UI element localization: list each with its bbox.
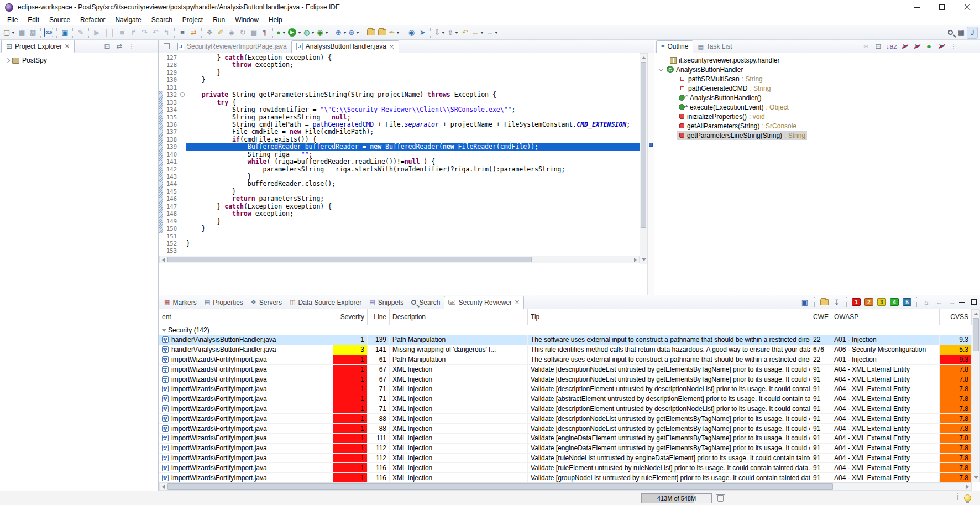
console-button[interactable]: ▣ xyxy=(59,27,70,39)
save-all-button[interactable]: ▩ xyxy=(27,27,38,39)
bottom-tab-properties[interactable]: ▤Properties xyxy=(201,296,247,309)
menu-item-search[interactable]: Search xyxy=(146,14,177,25)
outline-view-menu-button[interactable]: ⋮ xyxy=(948,40,959,53)
collapse-import-button[interactable]: ⇩ xyxy=(433,27,446,39)
selection-marker-icon[interactable] xyxy=(649,143,653,147)
table-row[interactable]: importWizards\FortifyImport.java171XML I… xyxy=(159,394,972,404)
hide-local-types-button[interactable]: ➤ xyxy=(936,40,947,53)
refresh-button[interactable]: ↻ xyxy=(237,27,248,39)
bottom-tab-data-source-explorer[interactable]: ◫Data Source Explorer xyxy=(286,296,365,309)
tab-project-explorer[interactable]: ⊞ Project Explorer xyxy=(1,40,75,53)
new-web-wizard-button-dropdown-icon[interactable] xyxy=(343,32,347,34)
table-row[interactable]: importWizards\FortifyImport.java171XML I… xyxy=(159,384,972,394)
outline-item-analysisbuttonhandler[interactable]: CAnalysisButtonHandler xyxy=(655,65,980,74)
scroll-up-icon[interactable] xyxy=(642,56,646,59)
column-header-ent[interactable]: ent xyxy=(159,309,333,325)
restore-view-icon[interactable] xyxy=(164,43,170,49)
web-service-button[interactable]: ⊛ xyxy=(348,27,361,39)
explorer-minimize-icon[interactable] xyxy=(138,46,144,46)
maximize-window-button[interactable] xyxy=(929,0,955,14)
close-tab-icon[interactable] xyxy=(515,300,520,305)
severity-2-filter-button[interactable]: 2 xyxy=(863,296,874,308)
mark-occurrences-button[interactable]: ✎ xyxy=(75,27,86,39)
table-row[interactable]: importWizards\FortifyImport.java1112XML … xyxy=(159,444,972,454)
run-button[interactable]: ▶ xyxy=(287,27,302,39)
step-over-button[interactable]: ↷ xyxy=(139,27,150,39)
close-view-icon[interactable] xyxy=(65,44,70,49)
binary-file-button[interactable]: 010 xyxy=(43,27,54,39)
outline-item-it-securityreviewer-postspy-handler[interactable]: it.securityreviewer.postspy.handler xyxy=(655,55,980,65)
menu-item-run[interactable]: Run xyxy=(208,14,230,25)
explorer-collapse-all-button[interactable]: ⊟ xyxy=(102,40,113,53)
coverage-button[interactable]: ◍ xyxy=(302,27,316,39)
table-row[interactable]: importWizards\FortifyImport.java188XML I… xyxy=(159,424,972,434)
table-group-row[interactable]: Security (142) xyxy=(159,325,972,335)
browser-button[interactable]: ◉ xyxy=(406,27,417,39)
severity-5-filter-button[interactable]: 5 xyxy=(902,296,913,308)
minimize-window-button[interactable] xyxy=(904,0,929,14)
export-console-button[interactable]: ▣ xyxy=(799,296,810,308)
search-toolbar-button[interactable] xyxy=(945,27,956,39)
fold-collapse-icon[interactable] xyxy=(180,92,185,97)
highlighter-button[interactable]: ✒ xyxy=(387,27,401,39)
back-button-dropdown-icon[interactable] xyxy=(480,32,484,34)
resume-button[interactable]: ▶ xyxy=(91,27,102,39)
table-hscroll-thumb[interactable] xyxy=(167,483,833,490)
menu-item-window[interactable]: Window xyxy=(230,14,264,25)
open-report-button[interactable] xyxy=(819,296,830,308)
show-tasks-button[interactable]: ≡ xyxy=(177,27,188,39)
outline-item-execute-executionevent[interactable]: ▴execute(ExecutionEvent) : Object xyxy=(655,102,980,112)
table-row[interactable]: importWizards\FortifyImport.java1116XML … xyxy=(159,463,972,473)
menu-item-source[interactable]: Source xyxy=(44,14,75,25)
table-row[interactable]: importWizards\FortifyImport.java167XML I… xyxy=(159,374,972,384)
hide-non-public-button[interactable]: ● xyxy=(924,40,935,53)
chevron-right-icon[interactable] xyxy=(6,58,10,63)
editor-vertical-scrollbar[interactable] xyxy=(640,53,647,264)
back-button[interactable]: ← xyxy=(470,27,485,39)
overview-ruler[interactable] xyxy=(647,53,654,295)
bottom-tab-snippets[interactable]: ▤Snippets xyxy=(365,296,407,309)
explorer-link-editor-button[interactable]: ⇄ xyxy=(114,40,125,53)
open-type-button[interactable] xyxy=(365,27,376,39)
chevron-down-icon[interactable] xyxy=(659,66,663,71)
expand-import-button-dropdown-icon[interactable] xyxy=(455,32,458,34)
hide-static-members-button[interactable]: ➤ xyxy=(911,40,923,53)
editor-tab-analysisbuttonhandler-java[interactable]: JAnalysisButtonHandler.java xyxy=(291,40,399,53)
nav-forward-button[interactable]: → xyxy=(946,296,957,308)
bottom-minimize-icon[interactable] xyxy=(959,302,965,303)
debug-button[interactable]: ● xyxy=(275,27,287,39)
bottom-tab-security-reviewer[interactable]: SRSecurity Reviewer xyxy=(444,296,524,309)
scroll-down-icon[interactable] xyxy=(642,258,646,261)
outline-maximize-icon[interactable] xyxy=(972,44,977,49)
new-wizard-button-dropdown-icon[interactable] xyxy=(12,32,15,34)
tab-outline[interactable]: ≡Outline xyxy=(656,40,693,53)
code-editor[interactable]: 127 } catch(Exception exception) {128 th… xyxy=(159,53,654,295)
explorer-maximize-icon[interactable] xyxy=(150,44,155,49)
notification-bulb-icon[interactable] xyxy=(964,494,971,502)
menu-item-edit[interactable]: Edit xyxy=(23,14,44,25)
web-service-button-dropdown-icon[interactable] xyxy=(356,32,359,34)
menu-item-help[interactable]: Help xyxy=(264,14,287,25)
editor-maximize-icon[interactable] xyxy=(646,44,651,49)
sync-button[interactable]: ⇄ xyxy=(188,27,199,39)
group-expand-icon[interactable] xyxy=(162,329,166,332)
table-row[interactable]: importWizards\FortifyImport.java171XML I… xyxy=(159,404,972,414)
new-wizard-button[interactable]: ▢ xyxy=(2,27,16,39)
suspend-button[interactable]: ❘❘ xyxy=(102,27,117,39)
editor-horizontal-scrollbar[interactable] xyxy=(159,256,640,263)
scroll-right-icon[interactable] xyxy=(634,258,637,262)
editor-minimize-icon[interactable] xyxy=(634,46,640,46)
column-header-owasp[interactable]: OWASP xyxy=(831,309,940,325)
highlighter-button-dropdown-icon[interactable] xyxy=(396,32,400,34)
close-window-button[interactable] xyxy=(955,0,980,14)
new-web-wizard-button[interactable]: ⊕ xyxy=(334,27,348,39)
pilcrow-button[interactable]: ¶ xyxy=(259,27,270,39)
bottom-tab-search[interactable]: Search xyxy=(407,296,444,309)
format-button[interactable]: ✐ xyxy=(215,27,226,39)
type-hierarchy-button[interactable]: ❖ xyxy=(204,27,215,39)
forward-button-dropdown-icon[interactable] xyxy=(495,32,498,34)
table-row[interactable]: importWizards\FortifyImport.java1111XML … xyxy=(159,434,972,444)
table-row[interactable]: importWizards\FortifyImport.java161Path … xyxy=(159,355,972,365)
menu-item-refactor[interactable]: Refactor xyxy=(75,14,110,25)
forward-button[interactable]: → xyxy=(485,27,499,39)
